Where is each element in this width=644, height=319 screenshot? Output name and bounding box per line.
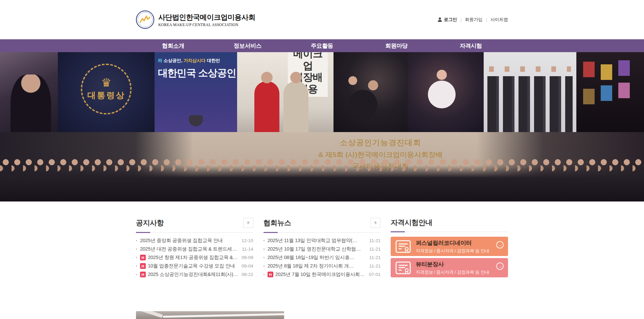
bullet-icon: [263, 240, 264, 241]
post-title: 2025년 중앙회 공중위생 집합교육 안내: [140, 237, 238, 244]
crown-icon: ♛: [101, 77, 111, 88]
bullet-icon: [263, 249, 264, 250]
divider: |: [460, 17, 461, 22]
stage-headline: 대한민국 소상공인: [158, 66, 234, 80]
post-date: 11-21: [369, 247, 381, 252]
notice-list-item[interactable]: H 2025 소상공인기능경진대회&제11회(사)한국… 08-22: [136, 270, 253, 279]
nav-item-activities[interactable]: 주요활동: [285, 39, 359, 52]
hero-photo-stage: 라 소상공인, 가치삽시다 대한민 대한민국 소상공인: [155, 52, 237, 132]
post-title: 10월 업종전문기술교육 수강생 모집 안내: [148, 263, 238, 269]
notice-list-item[interactable]: 2025년 중앙회 공중위생 집합교육 안내 12-10: [136, 236, 253, 245]
certificate-icon: [395, 240, 411, 253]
post-date: 09-04: [242, 263, 253, 269]
notice-list-item[interactable]: 2025년 대전 공중위생 집합교육 & 트렌드세… 11-14: [136, 245, 253, 253]
bullet-icon: [136, 265, 137, 267]
notice-list: 2025년 중앙회 공중위생 집합교육 안내 12-10 2025년 대전 공중…: [136, 236, 253, 279]
figure-beige-coat: [283, 81, 308, 132]
bullet-icon: [136, 240, 137, 241]
nav-item-members[interactable]: 회원마당: [359, 39, 434, 52]
bullet-icon: [263, 274, 264, 275]
exam-card-beauty-makeup[interactable]: 뷰티분장사 자격정보 / 응시자격 / 검정과목 등 안내 →: [391, 258, 508, 277]
hot-badge: H: [140, 263, 146, 269]
site-logo[interactable]: 사단법인한국메이크업미용사회 KOREA MAKE-UP CENTRAL ASS…: [136, 10, 255, 29]
news-list-item[interactable]: 2025년 11월 13일 인덕대학교 업무협약(… 11-21: [263, 236, 381, 245]
logo-title-ko: 사단법인한국메이크업미용사회: [158, 13, 255, 22]
post-date: 11-14: [242, 247, 253, 252]
news-list-item[interactable]: 2025년 8월 18일 제 2차 정기이사회 개… 11-21: [263, 262, 381, 270]
crowd-silhouettes: [0, 157, 644, 201]
hero-photo-makeup-session: [334, 52, 408, 132]
post-title: 2025년 11월 13일 인덕대학교 업무협약(…: [268, 237, 366, 244]
post-title: 2025년 창원 제1차 공중위생 집합교육 & …: [148, 254, 238, 261]
post-title: 2025년 8월 18일 제 2차 정기이사회 개…: [268, 263, 366, 269]
hero-photo-strip: ♛ 대통령상 라 소상공인, 가치삽시다 대한민 대한민국 소상공인 메이크업 …: [0, 52, 644, 132]
nav-item-about[interactable]: 협회소개: [136, 39, 210, 52]
sitemap-link[interactable]: 사이트맵: [490, 17, 508, 23]
stage-slogan: 라 소상공인, 가치삽시다 대한민: [158, 58, 234, 64]
hero-photo-singer: [408, 52, 484, 132]
news-list-item[interactable]: 2025년 08월 18일~19일 하반기 임시총… 11-21: [263, 253, 381, 262]
nav-item-exam[interactable]: 자격시험: [434, 39, 508, 52]
main-content: 공지사항 + 2025년 중앙회 공중위생 집합교육 안내 12-10: [0, 218, 644, 279]
post-title: 2025년 7월 10일 한국메이크업미용사회 효…: [275, 271, 366, 278]
post-date: 11-21: [369, 238, 381, 243]
hot-badge: H: [140, 255, 146, 260]
notice-title: 공지사항: [136, 218, 164, 228]
figure-red-blazer: [254, 81, 279, 132]
notice-more-button[interactable]: +: [243, 218, 253, 228]
post-title: 2025 소상공인기능경진대회&제11회(사)한국…: [148, 271, 238, 278]
notice-section: 공지사항 + 2025년 중앙회 공중위생 집합교육 안내 12-10: [136, 218, 253, 279]
exam-card-personal-color[interactable]: 퍼스널컬러코디네이터 자격정보 / 응시자격 / 검정과목 등 안내 →: [391, 237, 508, 256]
post-date: 07-01: [369, 272, 381, 277]
bullet-icon: [263, 257, 264, 258]
laurel-wreath-icon: ♛ 대통령상: [81, 64, 132, 114]
exam-card-desc: 자격정보 / 응시자격 / 검정과목 등 안내: [416, 269, 489, 275]
hero-group-photo: 소상공인기능경진대회 & 제5회 (사)한국메이크업미용사회장배 국제미용경진대…: [0, 132, 644, 201]
post-title: 2025년 10월 17일 영진전문대학교 산학협…: [268, 246, 366, 252]
hero-photo-president-award: ♛ 대통령상: [58, 52, 155, 132]
post-title: 2025년 대전 공중위생 집합교육 & 트렌드세…: [140, 246, 238, 252]
hero-banner[interactable]: ♛ 대통령상 라 소상공인, 가치삽시다 대한민 대한민국 소상공인 메이크업 …: [0, 52, 644, 201]
go-arrow-icon[interactable]: →: [496, 241, 504, 249]
board-word: 메이크업: [289, 52, 326, 71]
header: 사단법인한국메이크업미용사회 KOREA MAKE-UP CENTRAL ASS…: [0, 0, 644, 39]
notice-list-item[interactable]: H 2025년 창원 제1차 공중위생 집합교육 & … 09-09: [136, 253, 253, 262]
post-date: 11-21: [369, 263, 381, 269]
certificate-icon: [395, 261, 411, 274]
main-nav: 협회소개 정보서비스 주요활동 회원마당 자격시험: [0, 39, 644, 52]
bullet-icon: [136, 274, 137, 275]
news-section: 협회뉴스 + 2025년 11월 13일 인덕대학교 업무협약(… 11-21: [263, 218, 381, 279]
president-award-label: 대통령상: [87, 90, 125, 101]
join-link[interactable]: 회원가입: [465, 17, 483, 23]
bullet-icon: [136, 257, 137, 258]
event-banner-line1: 소상공인기능경진대회: [318, 137, 443, 148]
exam-card-desc: 자격정보 / 응시자격 / 검정과목 등 안내: [416, 248, 489, 254]
post-date: 11-21: [369, 255, 381, 260]
login-link[interactable]: 로그인: [438, 17, 457, 23]
zigzag-graph-icon: [139, 15, 151, 24]
bullet-icon: [136, 249, 137, 250]
exam-title: 자격시험안내: [391, 218, 432, 227]
hero-photo-officials-row: [484, 52, 576, 132]
post-title: 2025년 08월 18일~19일 하반기 임시총…: [268, 254, 366, 261]
nav-item-info[interactable]: 정보서비스: [210, 39, 285, 52]
exam-card-title: 뷰티분장사: [416, 260, 489, 268]
logo-title-en: KOREA MAKE-UP CENTRAL ASSOCIATION: [158, 23, 255, 27]
hero-photo-art-display: [576, 52, 644, 132]
news-title: 협회뉴스: [263, 218, 291, 228]
exam-card-text: 뷰티분장사 자격정보 / 응시자격 / 검정과목 등 안내: [416, 260, 489, 275]
bullet-icon: [263, 265, 264, 267]
hot-badge: H: [140, 272, 146, 277]
logo-text: 사단법인한국메이크업미용사회 KOREA MAKE-UP CENTRAL ASS…: [158, 13, 255, 27]
go-arrow-icon[interactable]: →: [496, 262, 504, 270]
news-list-item[interactable]: H 2025년 7월 10일 한국메이크업미용사회 효… 07-01: [263, 270, 381, 279]
user-icon: [438, 17, 442, 22]
login-label: 로그인: [444, 17, 457, 23]
post-date: 08-22: [242, 272, 253, 277]
association-emblem-icon: [136, 10, 154, 29]
exam-card-title: 퍼스널컬러코디네이터: [416, 239, 489, 247]
exam-section: 자격시험안내 퍼스널컬러코디네이터 자격정보 / 응시자격 / 검정과목 등 안…: [391, 218, 508, 279]
news-list-item[interactable]: 2025년 10월 17일 영진전문대학교 산학협… 11-21: [263, 245, 381, 253]
notice-list-item[interactable]: H 10월 업종전문기술교육 수강생 모집 안내 09-04: [136, 262, 253, 270]
news-more-button[interactable]: +: [370, 218, 381, 228]
